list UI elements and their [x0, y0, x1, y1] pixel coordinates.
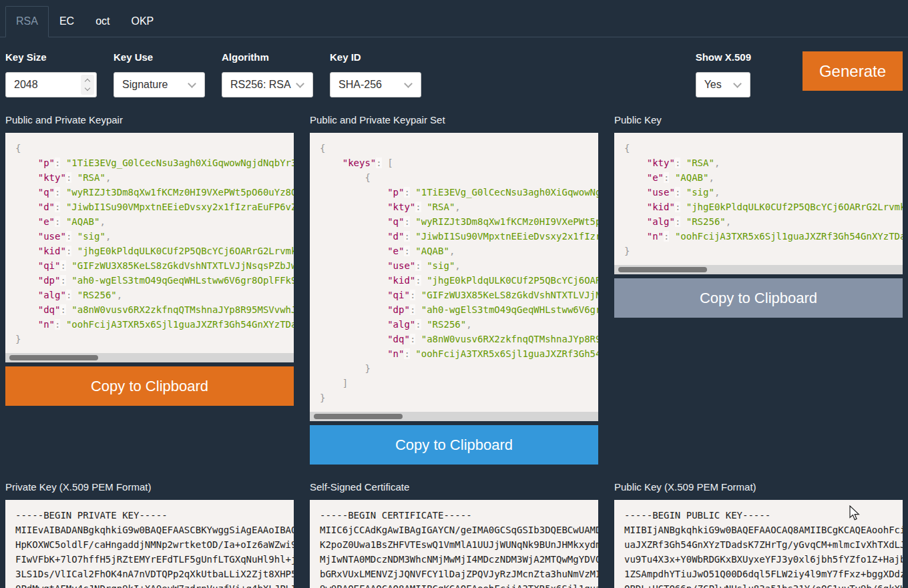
show-x509-select[interactable]: Yes [696, 72, 750, 97]
code-line: "qi": "GIFzWU3X85KeLS8zGkdVshNTXTLVJjNsq… [15, 258, 284, 273]
code-line: -----BEGIN CERTIFICATE----- [320, 508, 588, 523]
copy-to-clipboard-button[interactable]: Copy to Clipboard [614, 278, 903, 318]
code-line: { [624, 141, 893, 156]
show-x509-field: Show X.509 Yes [696, 51, 751, 97]
code-line: -----BEGIN PUBLIC KEY----- [624, 508, 893, 523]
code-line: "use": "sig", [320, 258, 588, 273]
panel-title: Public Key (X.509 PEM Format) [614, 481, 903, 494]
panel-title: Self-Signed Certificate [310, 481, 598, 494]
code-line: { [320, 170, 588, 185]
code-line: 9w0BAQEFAAOCAQ8AMIIBCgKCAQEAoohFcijA3TXR… [320, 581, 588, 588]
copy-to-clipboard-button[interactable]: Copy to Clipboard [5, 366, 294, 406]
code-line: } [320, 390, 588, 405]
code-line: "kty": "RSA", [624, 156, 893, 170]
scrollbar-thumb[interactable] [618, 267, 707, 272]
code-line: "dp": "ah0-wgElS3tmO49qGeqWHLstww6V6gr8O… [15, 273, 284, 288]
key-use-select[interactable]: Signature [114, 72, 205, 97]
horizontal-scrollbar[interactable] [5, 353, 294, 362]
code-line: "kty": "RSA", [320, 200, 588, 214]
code-line: } [320, 361, 588, 376]
code-line: "n": "oohFcijA3TXR5x6Sjl1guaJXZRf3Gh54" [320, 346, 588, 361]
code-line: "e": "AQAB", [15, 214, 284, 229]
code-block: { "p": "1TiE3EVg_G0lCecNsu3agh0XiGqwowNg… [5, 133, 294, 362]
code-line: MjIwNTA0MDczNDM3WhcNMjMwMjI4MDczNDM3WjA2… [320, 552, 588, 567]
code-block: { "keys": [ { "p": "1TiE3EVg_G0lCecNsu3a… [310, 133, 598, 421]
panel-title: Public Key [614, 113, 903, 127]
number-stepper[interactable] [81, 75, 94, 95]
scrollbar-thumb[interactable] [314, 414, 403, 419]
panel-public-private-keypair: Public and Private Keypair { "p": "1TiE3… [5, 113, 294, 406]
code-line: "keys": [ [320, 156, 588, 170]
code-line: "qi": "GIFzWU3X85KeLS8zGkdVshNTXTLVJjN" [320, 288, 588, 302]
algorithm-select[interactable]: RS256: RSA [222, 72, 313, 97]
code-line: "dq": "a8nW0vusv6RX2zkfnqQTMshnaJYp8R9" [320, 332, 588, 346]
code-block: -----BEGIN PRIVATE KEY-----MIIEvAIBADANB… [5, 500, 294, 588]
code-line: "kty": "RSA", [15, 170, 284, 185]
stepper-down-icon[interactable] [85, 85, 90, 91]
copy-to-clipboard-button[interactable]: Copy to Clipboard [310, 425, 598, 465]
horizontal-scrollbar[interactable] [310, 412, 598, 421]
panel-title: Public and Private Keypair [5, 113, 294, 127]
algorithm-label: Algorithm [222, 51, 313, 63]
pem-code: -----BEGIN CERTIFICATE-----MIIC6jCCAdKgA… [310, 500, 598, 588]
tab-oct[interactable]: oct [85, 6, 120, 37]
key-id-value: SHA-256 [338, 79, 403, 91]
panel-self-signed-certificate: Self-Signed Certificate -----BEGIN CERTI… [310, 481, 598, 588]
json-code: { "kty": "RSA", "e": "AQAB", "use": "sig… [614, 133, 903, 265]
code-line: HpKOXWC5oldlF/caHngaddjNMNp2wrtketOD/Ia+… [15, 537, 284, 552]
code-line: "alg": "RS256", [320, 317, 588, 332]
key-id-field: Key ID SHA-256 [330, 51, 421, 97]
algorithm-field: Algorithm RS256: RSA [222, 51, 313, 97]
key-id-select[interactable]: SHA-256 [330, 72, 421, 97]
code-line: ] [320, 376, 588, 390]
tab-okp[interactable]: OKP [120, 6, 164, 37]
code-line: "e": "AQAB", [624, 170, 893, 185]
key-use-field: Key Use Signature [114, 51, 205, 97]
key-use-value: Signature [122, 79, 186, 91]
code-line: vu9Tu4X3x+Y0WbRDGKxBXUyxeYFJ3y0xl6jbh5fY… [624, 552, 893, 567]
code-line: bGRxVUxLMENVZjJQNVFCY1lDajZPQVJyRzJMcnZt… [320, 567, 588, 581]
pem-code: -----BEGIN PUBLIC KEY-----MIIBIjANBgkqhk… [614, 500, 903, 588]
code-line: { [320, 141, 588, 156]
code-line: "n": "oohFcijA3TXR5x6Sjl1guaJXZRf3Gh54Gn… [15, 317, 284, 332]
panel-title: Private Key (X.509 PEM Format) [5, 481, 294, 494]
panel-title: Public and Private Keypair Set [310, 113, 598, 127]
code-line: "kid": "jhgE0kPldqULK0CUf2P5QBcYCj6OARrG… [15, 244, 284, 258]
code-line: "use": "sig", [15, 229, 284, 244]
key-size-value: 2048 [14, 79, 78, 91]
tab-ec[interactable]: EC [49, 6, 85, 37]
code-line: "alg": "RS256", [15, 288, 284, 302]
key-use-label: Key Use [114, 51, 205, 63]
key-size-input[interactable]: 2048 [5, 72, 97, 97]
generator-controls: Key Size 2048 Key Use Signature Algorith… [0, 37, 908, 97]
code-line: -----BEGIN PRIVATE KEY----- [15, 508, 284, 523]
code-line: { [15, 141, 284, 156]
code-line: } [624, 244, 893, 258]
chevron-down-icon [733, 79, 742, 88]
code-line: "alg": "RS256", [624, 214, 893, 229]
code-block: { "kty": "RSA", "e": "AQAB", "use": "sig… [614, 133, 903, 274]
mkjwk-key-generator-page: { "tabs": [ { "label": "RSA", "active": … [0, 0, 908, 588]
panel-public-private-keypair-set: Public and Private Keypair Set { "keys":… [310, 113, 598, 465]
code-line: "n": "oohFcijA3TXR5x6Sjl1guaJXZRf3Gh54Gn… [624, 229, 893, 244]
results-grid: Public and Private Keypair { "p": "1TiE3… [0, 97, 908, 588]
code-line: "dq": "a8nW0vusv6RX2zkfnqQTMshnaJYp8R95M… [15, 302, 284, 317]
code-line: "p": "1TiE3EVg_G0lCecNsu3agh0XiGqwowNgjd… [15, 156, 284, 170]
code-line: MIIC6jCCAdKgAwIBAgIGAYCN/geIMA0GCSqGSIb3… [320, 523, 588, 537]
code-line: MIIBIjANBgkqhkiG9w0BAQEFAAOCAQ8AMIIBCgKC… [624, 523, 893, 537]
key-type-tabs: RSA EC oct OKP [0, 0, 908, 37]
scrollbar-thumb[interactable] [9, 355, 98, 360]
code-line: "p": "1TiE3EVg_G0lCecNsu3agh0XiGqwowNg" [320, 185, 588, 200]
code-line: "kid": "jhgE0kPldqULK0CUf2P5QBcYCj6OARrG… [624, 200, 893, 214]
code-line: "d": "JiwbI1Su90VMpxtnEEieDvsxy2x1fIzraE… [15, 200, 284, 214]
horizontal-scrollbar[interactable] [614, 265, 903, 274]
code-line: "q": "wyRIZJt3Dm8qXw1fKCMz0HI9VXePWt5p" [320, 214, 588, 229]
tab-rsa[interactable]: RSA [5, 6, 49, 37]
code-block: -----BEGIN PUBLIC KEY-----MIIBIjANBgkqhk… [614, 500, 903, 588]
code-line: "kid": "jhgE0kPldqULK0CUf2P5QBcYCj6OAR" [320, 273, 588, 288]
generate-button[interactable]: Generate [803, 51, 903, 91]
chevron-down-icon [404, 79, 413, 88]
json-code: { "p": "1TiE3EVg_G0lCecNsu3agh0XiGqwowNg… [5, 133, 294, 353]
stepper-up-icon[interactable] [85, 79, 90, 84]
code-line: uaJXZRf3Gh54GnXYzTDadsK7ZHrTg/yGvqCM+mlm… [624, 537, 893, 552]
